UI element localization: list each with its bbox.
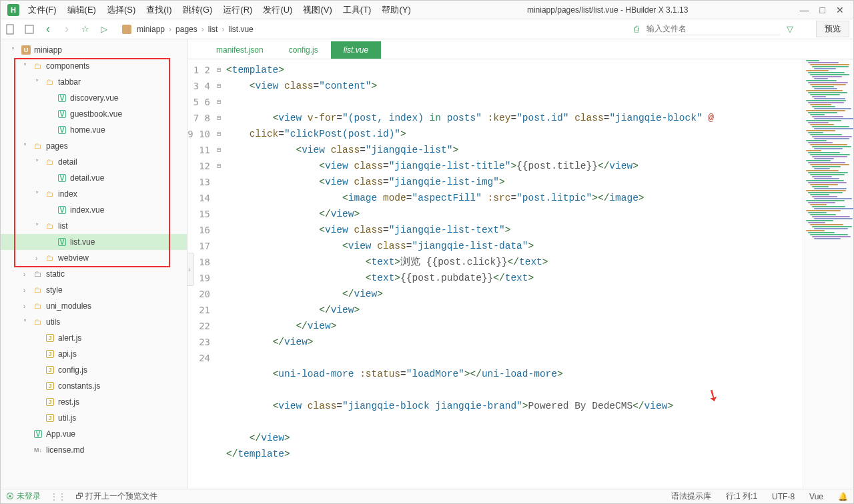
js-file-icon: J (45, 413, 55, 423)
tree-item[interactable]: ›🗀webview (1, 250, 187, 266)
breadcrumb-item[interactable]: list.vue (228, 25, 253, 34)
menu-item[interactable]: 编辑(E) (63, 3, 101, 17)
status-lang[interactable]: Vue (809, 492, 823, 501)
maximize-icon[interactable]: □ (820, 5, 825, 15)
sidebar-collapse-icon[interactable]: ‹ (187, 253, 194, 286)
file-tree[interactable]: ˅ U miniapp ˅🗀components˅🗀tabbarVdiscove… (1, 39, 187, 489)
svg-rect-1 (25, 25, 33, 33)
tree-label: rest.js (58, 397, 79, 407)
editor-tab[interactable]: config.js (276, 41, 331, 59)
breadcrumb-item[interactable]: miniapp (137, 25, 165, 34)
tree-root[interactable]: ˅ U miniapp (1, 42, 187, 58)
folder-icon: 🗀 (45, 189, 55, 199)
tree-label: license.md (46, 445, 84, 455)
tree-item[interactable]: Vindex.vue (1, 202, 187, 218)
tree-item[interactable]: ›🗀uni_modules (1, 298, 187, 314)
preview-button[interactable]: 预览 (816, 21, 849, 37)
tree-item[interactable]: ˅🗀tabbar (1, 74, 187, 90)
tree-item[interactable]: ˅🗀detail (1, 154, 187, 170)
tree-item[interactable]: Vdetail.vue (1, 170, 187, 186)
chevron-right-icon[interactable]: › (23, 303, 31, 310)
filter-icon[interactable]: ▽ (784, 23, 796, 35)
menu-item[interactable]: 选择(S) (102, 3, 140, 17)
chevron-down-icon[interactable]: ˅ (35, 223, 43, 230)
search-icon[interactable]: ⎙ (630, 23, 643, 35)
chevron-down-icon[interactable]: ˅ (35, 191, 43, 198)
tree-item[interactable]: ˅🗀list (1, 218, 187, 234)
menu-item[interactable]: 文件(F) (23, 3, 61, 17)
tree-item[interactable]: ˅🗀pages (1, 138, 187, 154)
tree-item[interactable]: Jconstants.js (1, 378, 187, 394)
tree-item[interactable]: Japi.js (1, 346, 187, 362)
tree-item[interactable]: Vhome.vue (1, 122, 187, 138)
editor-tab[interactable]: list.vue (331, 41, 381, 59)
breadcrumb-item[interactable]: list (208, 25, 218, 34)
folder-icon: 🗀 (33, 61, 43, 71)
tree-item[interactable]: VApp.vue (1, 426, 187, 442)
login-status[interactable]: ⦿ 未登录 (6, 491, 41, 502)
menu-item[interactable]: 帮助(Y) (377, 3, 415, 17)
tree-item[interactable]: ˅🗀components (1, 58, 187, 74)
editor-tab[interactable]: manifest.json (203, 41, 276, 59)
tree-item[interactable]: ›🗀static (1, 266, 187, 282)
vue-file-icon: V (57, 237, 67, 247)
menu-item[interactable]: 视图(V) (298, 3, 336, 17)
star-icon[interactable]: ☆ (79, 23, 91, 35)
vue-file-icon: V (57, 173, 67, 183)
tree-item[interactable]: M↓license.md (1, 442, 187, 458)
minimize-icon[interactable]: ― (800, 5, 809, 15)
chevron-right-icon[interactable]: › (23, 271, 31, 278)
save-icon[interactable] (23, 23, 35, 35)
chevron-down-icon[interactable]: ˅ (23, 319, 31, 326)
vue-file-icon: V (57, 125, 67, 135)
tree-item[interactable]: Vdiscovery.vue (1, 90, 187, 106)
vue-file-icon: V (57, 93, 67, 103)
fold-column[interactable]: ⊟ ⊟ ⊟ ⊟ ⊟ ⊟ ⊟ (214, 59, 224, 489)
tree-item[interactable]: Jalert.js (1, 330, 187, 346)
chevron-down-icon[interactable]: ˅ (35, 79, 43, 86)
tree-item[interactable]: Vguestbook.vue (1, 106, 187, 122)
run-icon[interactable]: ▷ (98, 23, 110, 35)
status-position[interactable]: 行:1 列:1 (726, 491, 757, 502)
status-syntax[interactable]: 语法提示库 (671, 491, 711, 502)
code-area[interactable]: <template> <view class="content"> <view … (224, 59, 803, 489)
folder-icon: 🗀 (33, 269, 43, 279)
chevron-right-icon[interactable]: › (23, 287, 31, 294)
status-dots: ⋮⋮ (50, 492, 66, 501)
editor-body[interactable]: ‹ 1 2 3 4 5 6 7 8 9 10 11 12 13 14 15 16… (187, 59, 853, 489)
chevron-right-icon[interactable]: › (35, 255, 43, 262)
menu-item[interactable]: 跳转(G) (178, 3, 218, 17)
new-file-icon[interactable] (5, 23, 17, 35)
chevron-down-icon[interactable]: ˅ (23, 143, 31, 150)
vue-file-icon: V (57, 109, 67, 119)
back-icon[interactable]: ‹ (42, 23, 54, 35)
status-hint[interactable]: 🗗 打开上一个预览文件 (75, 491, 157, 502)
chevron-down-icon[interactable]: ˅ (35, 159, 43, 166)
folder-icon: 🗀 (33, 317, 43, 327)
window-title: miniapp/pages/list/list.vue - HBuilder X… (416, 5, 800, 15)
tree-label: static (46, 269, 65, 279)
tree-item[interactable]: Jconfig.js (1, 362, 187, 378)
tree-item[interactable]: ˅🗀index (1, 186, 187, 202)
bell-icon[interactable]: 🔔 (838, 492, 848, 501)
close-icon[interactable]: ✕ (836, 5, 844, 15)
tree-label: alert.js (58, 333, 81, 343)
tree-item[interactable]: ˅🗀utils (1, 314, 187, 330)
tree-item[interactable]: ›🗀style (1, 282, 187, 298)
status-encoding[interactable]: UTF-8 (772, 492, 795, 501)
tree-item[interactable]: Jrest.js (1, 394, 187, 410)
chevron-down-icon[interactable]: ˅ (23, 63, 31, 70)
menu-item[interactable]: 发行(U) (258, 3, 297, 17)
search-input[interactable] (647, 23, 780, 35)
tree-label: uni_modules (46, 301, 91, 311)
menu-item[interactable]: 查找(I) (141, 3, 176, 17)
menu-item[interactable]: 工具(T) (338, 3, 376, 17)
breadcrumb-item[interactable]: pages (175, 25, 197, 34)
js-file-icon: J (45, 381, 55, 391)
minimap[interactable] (803, 59, 853, 489)
forward-icon[interactable]: › (61, 23, 73, 35)
tree-item[interactable]: Jutil.js (1, 410, 187, 426)
folder-icon: 🗀 (45, 157, 55, 167)
tree-item[interactable]: Vlist.vue (1, 234, 187, 250)
menu-item[interactable]: 运行(R) (218, 3, 257, 17)
